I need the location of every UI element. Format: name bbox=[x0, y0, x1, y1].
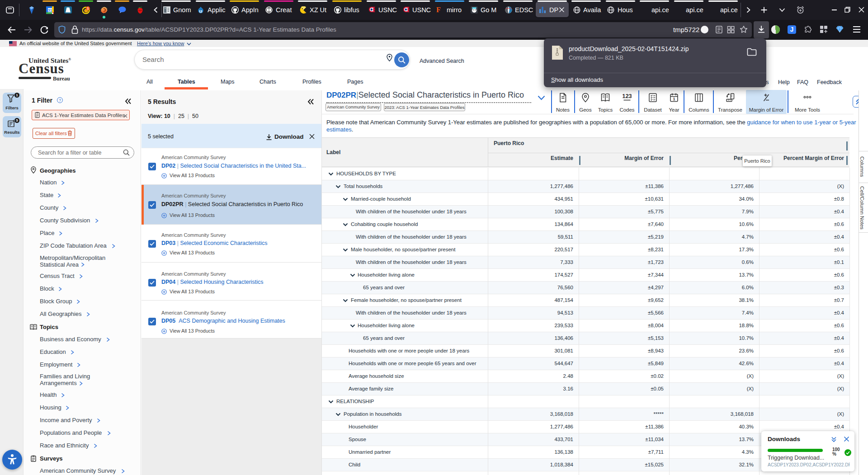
svg-text:31: 31 bbox=[48, 8, 52, 13]
svg-text:1: 1 bbox=[673, 97, 675, 101]
svg-text:1: 1 bbox=[87, 6, 89, 10]
svg-text:123: 123 bbox=[623, 93, 632, 99]
